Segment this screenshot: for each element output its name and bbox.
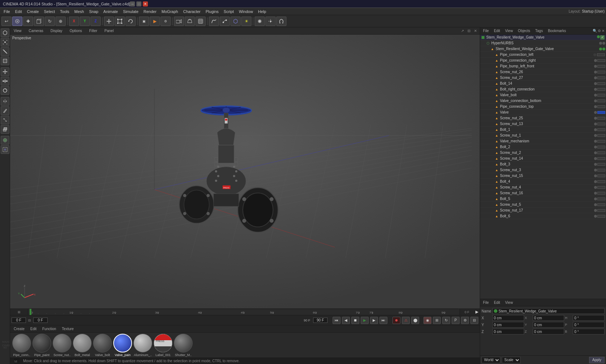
frame-field[interactable] [33, 318, 48, 323]
playback-icon4[interactable]: P [452, 317, 460, 324]
playback-icon3[interactable]: ↻ [442, 317, 450, 324]
om-icon-search[interactable]: 🔍 [593, 29, 597, 33]
om-item-screw25[interactable]: ▲ Screw_nut_25 [480, 115, 606, 121]
tool-polygons[interactable] [1, 57, 9, 65]
end-frame-input[interactable] [313, 318, 328, 323]
om-item-bolt14[interactable]: ▲ Bolt_14 [480, 81, 606, 86]
om-menu-view[interactable]: View [504, 28, 514, 34]
menu-render[interactable]: Render [141, 9, 159, 14]
om-item-screwnut1[interactable]: ▲ Screw_nut_1 [480, 133, 606, 138]
om-item-screwnut5[interactable]: ▲ Screw_nut_5 [480, 202, 606, 208]
am-menu-view[interactable]: View [504, 300, 514, 305]
menu-edit[interactable]: Edit [13, 9, 24, 14]
tool-scale2[interactable] [1, 77, 9, 85]
tool-rotate2[interactable] [1, 86, 9, 95]
toolbar-light[interactable]: ☀ [241, 17, 251, 26]
material-item-shutter[interactable]: Shutter_M.. [174, 334, 193, 357]
playback-icon1[interactable]: ◉ [423, 317, 431, 324]
am-x-pos2[interactable] [533, 315, 565, 321]
toolbar-z-axis[interactable]: Z [91, 17, 101, 26]
viewport-tab-cameras[interactable]: Cameras [27, 28, 46, 34]
om-menu-bookmarks[interactable]: Bookmarks [546, 28, 567, 34]
material-item-aluminum[interactable]: Aluminum_.. [133, 334, 152, 357]
material-item-screw-nut[interactable]: Screw_nut.. [53, 334, 71, 357]
maximize-button[interactable]: □ [136, 1, 141, 6]
toolbar-deformer[interactable] [209, 17, 219, 26]
toolbar-move[interactable] [12, 17, 22, 26]
viewport-tab-options[interactable]: Options [67, 28, 84, 34]
am-b-val[interactable] [573, 329, 605, 334]
om-item-valve-conn-bot[interactable]: ▲ Valve_connection_bottom [480, 98, 606, 104]
om-menu-objects[interactable]: Objects [517, 28, 532, 34]
menu-animate[interactable]: Animate [101, 9, 120, 14]
viewport-tab-panel[interactable]: Panel [102, 28, 116, 34]
toolbar-spline[interactable] [220, 17, 230, 26]
om-item-bolt-right-conn[interactable]: ▲ Bolt_right_connection [480, 86, 606, 92]
toolbar-generator[interactable] [230, 17, 241, 26]
menu-tools[interactable]: Tools [58, 9, 71, 14]
viewport-icon-close[interactable]: ✕ [473, 28, 478, 34]
toolbar-magnet[interactable] [276, 17, 286, 26]
viewport-tab-view[interactable]: View [12, 28, 24, 34]
tool-mirror[interactable] [1, 97, 9, 106]
toolbar-plus-circle[interactable]: ⊕ [56, 17, 66, 26]
am-menu-edit[interactable]: Edit [492, 300, 501, 305]
tool-bridge[interactable] [1, 116, 9, 124]
om-item-screwnut15[interactable]: ▲ Screw_nut_15 [480, 173, 606, 179]
playback-skip-end[interactable]: ⏭ [379, 317, 387, 324]
playback-icon6[interactable]: ⊟ [470, 317, 478, 324]
om-menu-tags[interactable]: Tags [534, 28, 544, 34]
tool-move[interactable] [1, 67, 9, 76]
am-z-pos2[interactable] [533, 329, 565, 334]
om-item-screwnut14[interactable]: ▲ Screw_nut_14 [480, 156, 606, 161]
om-item-bolt4[interactable]: ▲ Bolt_4 [480, 179, 606, 185]
playback-icon2[interactable]: ⊞ [433, 317, 441, 324]
menu-snap[interactable]: Snap [87, 9, 101, 14]
timeline-scroll-right[interactable]: ▶ [474, 309, 480, 315]
mat-menu-edit[interactable]: Edit [29, 326, 38, 332]
menu-create[interactable]: Create [25, 9, 41, 14]
playback-next-frame[interactable]: ▶ [370, 317, 378, 324]
om-item-valve-bolt[interactable]: ▲ Valve_bolt [480, 92, 606, 98]
am-world-select[interactable]: World [482, 357, 500, 363]
playback-key[interactable]: ⬤ [411, 317, 419, 324]
playback-icon5[interactable]: ⚙ [461, 317, 469, 324]
om-item-root[interactable]: Stem_Resilient_Wedge_Gate_Valve ✓ [480, 35, 606, 40]
am-y-pos2[interactable] [533, 322, 565, 328]
tool-object-mode[interactable] [1, 28, 9, 37]
close-button[interactable]: ✕ [143, 1, 148, 6]
viewport-tab-filter[interactable]: Filter [87, 28, 99, 34]
tool-extrude[interactable] [1, 125, 9, 134]
am-x-pos[interactable] [492, 315, 524, 321]
am-scale-select[interactable]: Scale [502, 357, 521, 363]
om-item-bolt2[interactable]: ▲ Bolt_2 [480, 144, 606, 150]
viewport-icon-settings[interactable]: ⊟ [466, 28, 472, 34]
om-item-stem[interactable]: ▲ Stem_Resilient_Wedge_Gate_Valve [480, 46, 606, 52]
playback-record[interactable]: ⏺ [392, 317, 400, 324]
om-item-screw27[interactable]: ▲ Screw_nut_27 [480, 75, 606, 81]
om-item-hypernurbs[interactable]: ⬡ HyperNURBS [480, 40, 606, 46]
om-item-pipe-conn-top[interactable]: ▲ Pipe_connection_top [480, 104, 606, 110]
toolbar-snap[interactable] [265, 17, 276, 26]
minimize-button[interactable]: ─ [130, 1, 135, 6]
menu-script[interactable]: Script [221, 9, 236, 14]
toolbar-perspective[interactable] [185, 17, 195, 26]
material-item-label-001[interactable]: PRESS Label_001 [154, 334, 172, 357]
am-menu-file[interactable]: File [482, 300, 490, 305]
timeline-expand[interactable]: ⊞ [16, 309, 22, 315]
apply-button[interactable]: Apply [589, 357, 605, 363]
toolbar-scale[interactable] [115, 17, 125, 26]
menu-file[interactable]: File [1, 9, 12, 14]
mat-menu-texture[interactable]: Texture [61, 326, 75, 332]
om-item-pipe-conn-left[interactable]: ▲ Pipe_connection_left [480, 52, 606, 58]
toolbar-texture[interactable] [196, 17, 206, 26]
playback-autokey[interactable]: ⚠ [402, 317, 410, 324]
om-item-valve[interactable]: ▲ Valve [480, 110, 606, 115]
om-item-screwnut16[interactable]: ▲ Screw_nut_16 [480, 190, 606, 196]
om-item-bolt1[interactable]: ▲ Bolt_1 [480, 127, 606, 133]
viewport-tab-display[interactable]: Display [48, 28, 65, 34]
toolbar-render[interactable]: ▶ [150, 17, 160, 26]
tool-knife[interactable] [1, 106, 9, 115]
toolbar-cube[interactable] [34, 17, 44, 26]
toolbar-add[interactable]: ✚ [23, 17, 33, 26]
